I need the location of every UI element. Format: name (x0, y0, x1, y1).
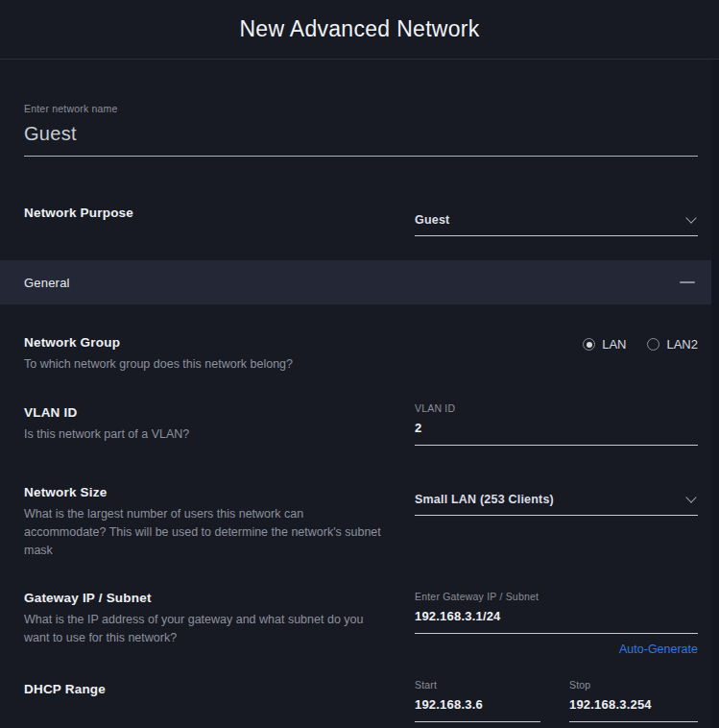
network-name-field: Enter network name (24, 103, 698, 157)
radio-option-lan2[interactable]: LAN2 (647, 337, 698, 352)
network-group-options: LAN LAN2 (415, 335, 698, 352)
vlan-id-label: VLAN ID (24, 405, 389, 420)
new-advanced-network-dialog: New Advanced Network Enter network name … (0, 0, 719, 728)
dhcp-range-label: DHCP Range (24, 682, 389, 696)
network-size-description: What is the largest number of users this… (24, 505, 381, 560)
dhcp-start-label: Start (415, 679, 540, 691)
dhcp-stop-label: Stop (569, 679, 698, 691)
chevron-down-icon (685, 212, 696, 223)
vlan-id-field-label: VLAN ID (415, 402, 698, 414)
radio-unselected-icon[interactable] (647, 338, 659, 351)
radio-label-lan: LAN (602, 337, 626, 352)
dhcp-stop-input[interactable] (569, 691, 698, 722)
gateway-input[interactable] (415, 602, 698, 634)
radio-selected-icon[interactable] (583, 338, 595, 351)
network-name-label: Enter network name (24, 103, 698, 114)
radio-label-lan2: LAN2 (666, 337, 698, 352)
network-size-value: Small LAN (253 Clients) (415, 493, 554, 506)
gateway-field: Enter Gateway IP / Subnet (415, 591, 698, 634)
section-general-title: General (24, 276, 70, 290)
radio-option-lan[interactable]: LAN (583, 337, 626, 352)
network-group-row: Network Group To which network group doe… (24, 335, 698, 374)
vlan-id-field: VLAN ID (415, 402, 698, 446)
vlan-id-description: Is this network part of a VLAN? (24, 425, 381, 444)
gateway-description: What is the IP address of your gateway a… (24, 611, 381, 647)
network-group-description: To which network group does this network… (24, 355, 381, 374)
network-size-row: Network Size What is the largest number … (24, 485, 698, 560)
auto-generate-link[interactable]: Auto-Generate (415, 643, 698, 656)
gateway-label: Gateway IP / Subnet (24, 591, 389, 605)
dhcp-range-fields: Start Stop (415, 679, 698, 722)
section-general-header[interactable]: General (0, 260, 711, 304)
network-purpose-select[interactable]: Guest (415, 213, 698, 236)
network-size-select[interactable]: Small LAN (253 Clients) (415, 493, 698, 516)
page-title: New Advanced Network (239, 16, 479, 42)
chevron-down-icon (685, 492, 696, 502)
network-purpose-label: Network Purpose (24, 206, 389, 220)
network-purpose-row: Network Purpose Guest (24, 203, 698, 236)
dhcp-start-field: Start (415, 679, 540, 722)
gateway-row: Gateway IP / Subnet What is the IP addre… (24, 591, 698, 656)
collapse-minus-icon[interactable] (680, 281, 695, 283)
dhcp-stop-field: Stop (569, 679, 698, 722)
vlan-id-row: VLAN ID Is this network part of a VLAN? … (24, 402, 698, 446)
vlan-id-input[interactable] (415, 414, 698, 446)
network-size-label: Network Size (24, 485, 389, 499)
dialog-header: New Advanced Network (0, 0, 719, 60)
gateway-field-label: Enter Gateway IP / Subnet (415, 591, 698, 602)
dhcp-start-input[interactable] (415, 691, 540, 722)
dhcp-range-row: DHCP Range Start Stop Auto-Configure (24, 679, 698, 728)
dialog-body: Enter network name Network Purpose Guest… (0, 103, 719, 728)
network-purpose-value: Guest (415, 213, 449, 227)
network-name-input[interactable] (24, 114, 698, 157)
network-group-label: Network Group (24, 335, 389, 350)
